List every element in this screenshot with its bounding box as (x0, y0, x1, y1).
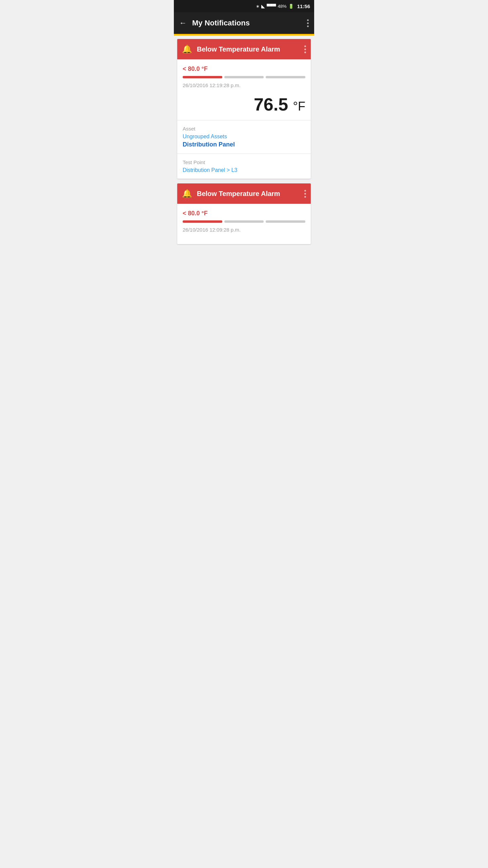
testpoint-value-1[interactable]: Distribution Panel > L3 (183, 167, 305, 173)
threshold-text-1: < 80.0 °F (183, 65, 305, 73)
asset-group-1[interactable]: Ungrouped Assets (183, 134, 305, 140)
battery-icon: 🔋 (288, 4, 294, 9)
threshold-text-2: < 80.0 °F (183, 210, 305, 217)
page-title: My Notifications (192, 19, 307, 27)
value-number-1: 76.5 (254, 95, 288, 114)
bluetooth-icon: ∗ (256, 4, 260, 9)
progress-segment-inactive-1b (266, 76, 305, 78)
progress-bars-2 (183, 220, 305, 223)
card-menu-button-1[interactable] (304, 45, 306, 53)
overflow-menu-button[interactable] (307, 19, 309, 27)
value-unit-1: °F (293, 99, 305, 113)
back-button[interactable]: ← (179, 19, 187, 27)
card-asset-section-1: Asset Ungrouped Assets Distribution Pane… (177, 120, 311, 154)
bell-icon-1: 🔔 (182, 44, 192, 54)
alarm-title-1: Below Temperature Alarm (197, 45, 300, 53)
wifi-icon: ◣ (261, 3, 265, 9)
progress-segment-inactive-2b (266, 220, 305, 223)
card-header-2: 🔔 Below Temperature Alarm (177, 183, 311, 204)
progress-segment-inactive-2a (224, 220, 264, 223)
status-time: 11:56 (297, 3, 310, 9)
hdot-3 (304, 52, 306, 53)
status-icons: ∗ ◣ ▀▀▀ 48% 🔋 (256, 3, 294, 9)
bell-icon-2: 🔔 (182, 189, 192, 198)
testpoint-label-1: Test Point (183, 159, 305, 165)
hdot-1 (304, 45, 306, 47)
asset-name-1[interactable]: Distribution Panel (183, 141, 305, 148)
progress-segment-active-1 (183, 76, 222, 78)
hdot-2 (304, 48, 306, 50)
app-bar: ← My Notifications (174, 12, 314, 34)
progress-bars-1 (183, 76, 305, 78)
battery-level: 48% (278, 4, 287, 9)
card-menu-button-2[interactable] (304, 190, 306, 198)
notifications-list: 🔔 Below Temperature Alarm < 80.0 °F 26/1… (174, 36, 314, 252)
dot-3 (307, 25, 309, 27)
alarm-title-2: Below Temperature Alarm (197, 190, 300, 198)
progress-segment-active-2 (183, 220, 222, 223)
big-value-1: 76.5 °F (183, 94, 305, 115)
progress-segment-inactive-1a (224, 76, 264, 78)
hdot2-1 (304, 190, 306, 192)
card-header-1: 🔔 Below Temperature Alarm (177, 39, 311, 59)
signal-icon: ▀▀▀ (267, 4, 276, 9)
dot-1 (307, 19, 309, 21)
timestamp-2: 26/10/2016 12:09:28 p.m. (183, 227, 305, 233)
card-value-section-2: < 80.0 °F 26/10/2016 12:09:28 p.m. (177, 204, 311, 244)
dot-2 (307, 22, 309, 24)
notification-card-2: 🔔 Below Temperature Alarm < 80.0 °F 26/1… (177, 183, 311, 244)
asset-label-1: Asset (183, 126, 305, 132)
hdot2-3 (304, 196, 306, 198)
notification-card-1: 🔔 Below Temperature Alarm < 80.0 °F 26/1… (177, 39, 311, 179)
card-value-section-1: < 80.0 °F 26/10/2016 12:19:28 p.m. 76.5 … (177, 59, 311, 120)
timestamp-1: 26/10/2016 12:19:28 p.m. (183, 82, 305, 88)
hdot2-2 (304, 193, 306, 195)
status-bar: ∗ ◣ ▀▀▀ 48% 🔋 11:56 (174, 0, 314, 12)
card-testpoint-section-1: Test Point Distribution Panel > L3 (177, 154, 311, 179)
